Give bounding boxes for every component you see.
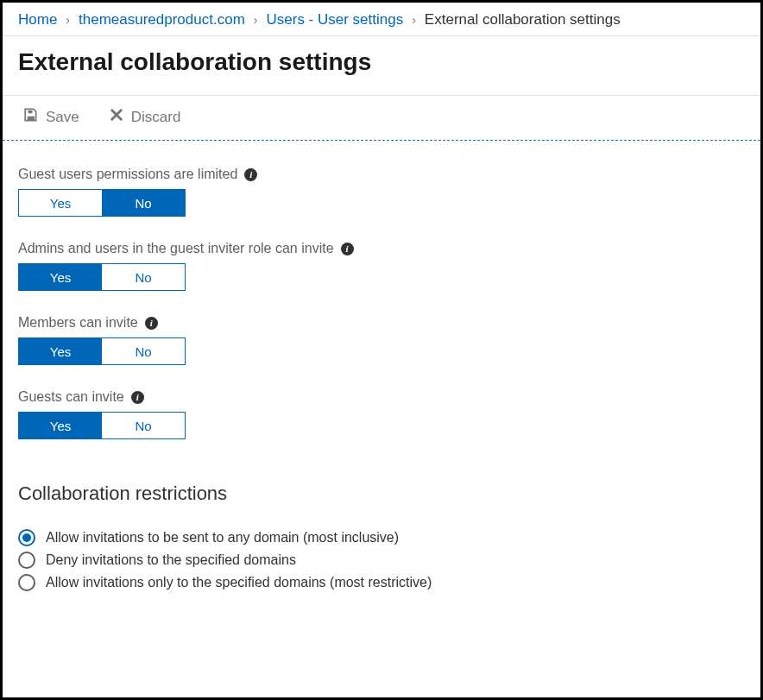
toggle-no[interactable]: No [102, 190, 185, 216]
close-icon [109, 107, 124, 127]
save-label: Save [46, 109, 79, 126]
info-icon[interactable]: i [244, 168, 257, 181]
setting-label: Guest users permissions are limited [18, 167, 237, 182]
chevron-right-icon: › [254, 13, 258, 27]
chevron-right-icon: › [66, 13, 70, 27]
setting-admins-invite: Admins and users in the guest inviter ro… [18, 241, 745, 291]
setting-members-invite: Members can invite i Yes No [18, 315, 745, 365]
toggle-yes[interactable]: Yes [19, 413, 102, 438]
radio-icon [18, 574, 35, 591]
radio-label: Allow invitations to be sent to any doma… [46, 530, 399, 545]
restrictions-title: Collaboration restrictions [18, 482, 745, 505]
discard-button[interactable]: Discard [105, 105, 185, 129]
setting-label: Members can invite [18, 315, 138, 331]
toggle-guests-invite[interactable]: Yes No [18, 412, 186, 439]
breadcrumb-home[interactable]: Home [18, 11, 57, 28]
toggle-yes[interactable]: Yes [19, 190, 102, 216]
radio-deny-specified[interactable]: Deny invitations to the specified domain… [18, 552, 745, 569]
radio-label: Allow invitations only to the specified … [46, 575, 432, 590]
toggle-yes[interactable]: Yes [19, 338, 102, 364]
radio-allow-any[interactable]: Allow invitations to be sent to any doma… [18, 529, 745, 546]
setting-label: Guests can invite [18, 389, 124, 405]
breadcrumb-tenant[interactable]: themeasuredproduct.com [79, 11, 245, 28]
toggle-no[interactable]: No [102, 264, 185, 290]
setting-guests-invite: Guests can invite i Yes No [18, 389, 745, 439]
toggle-no[interactable]: No [102, 413, 185, 438]
setting-guest-permissions: Guest users permissions are limited i Ye… [18, 167, 745, 217]
save-button[interactable]: Save [18, 104, 83, 129]
toggle-members-invite[interactable]: Yes No [18, 337, 186, 365]
breadcrumb: Home › themeasuredproduct.com › Users - … [3, 3, 760, 36]
radio-allow-specified[interactable]: Allow invitations only to the specified … [18, 574, 745, 591]
breadcrumb-users[interactable]: Users - User settings [266, 11, 403, 28]
radio-icon [18, 529, 35, 546]
radio-icon [18, 552, 35, 569]
info-icon[interactable]: i [341, 243, 354, 255]
breadcrumb-current: External collaboration settings [425, 11, 621, 28]
setting-label: Admins and users in the guest inviter ro… [18, 241, 334, 256]
toggle-admins-invite[interactable]: Yes No [18, 263, 186, 291]
info-icon[interactable]: i [145, 317, 158, 330]
page-title: External collaboration settings [3, 36, 760, 95]
save-icon [22, 106, 39, 128]
chevron-right-icon: › [412, 13, 416, 27]
content: Guest users permissions are limited i Ye… [3, 141, 760, 612]
radio-label: Deny invitations to the specified domain… [46, 552, 296, 568]
discard-label: Discard [131, 109, 181, 126]
toggle-no[interactable]: No [102, 338, 185, 364]
info-icon[interactable]: i [131, 391, 144, 404]
toggle-guest-permissions[interactable]: Yes No [18, 189, 186, 217]
toolbar: Save Discard [3, 95, 760, 141]
toggle-yes[interactable]: Yes [19, 264, 102, 290]
